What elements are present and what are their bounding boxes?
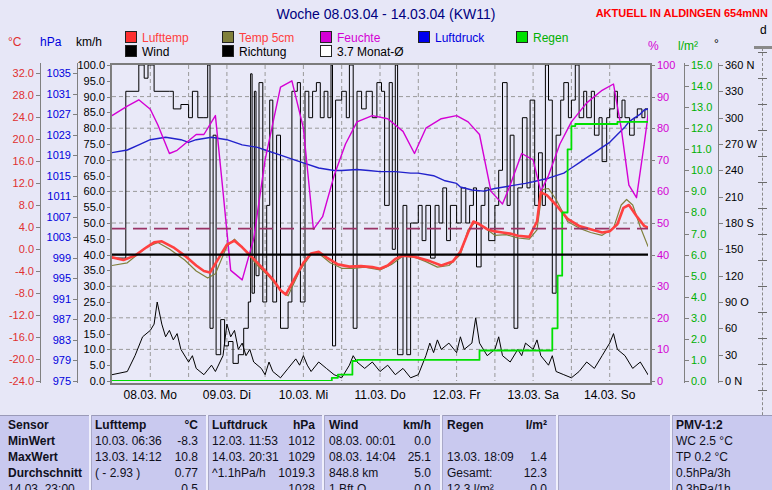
axis-label-wind: 25.0 xyxy=(61,297,105,308)
axis-unit-hum: % xyxy=(648,40,659,52)
axis-tick-days xyxy=(758,234,767,235)
axis-label-dir: 360 N xyxy=(725,60,772,71)
axis-tick-temp xyxy=(36,249,40,250)
axis-tick-temp xyxy=(36,227,40,228)
series-regen xyxy=(112,122,648,381)
table-header-sensor: Sensor xyxy=(8,418,49,432)
axis-tick-wind xyxy=(107,318,111,319)
axis-tick-hum xyxy=(651,191,655,192)
table-col-header: Wind xyxy=(329,418,358,432)
axis-tick-temp xyxy=(36,271,40,272)
legend-label: Feuchte xyxy=(337,31,380,45)
axis-label-wind: 40.0 xyxy=(61,250,105,261)
table-cell-value: 5.0 xyxy=(371,466,431,480)
legend-swatch-icon xyxy=(418,31,430,43)
axis-tick-press xyxy=(73,73,77,74)
axis-tick-wind xyxy=(107,255,111,256)
legend-swatch-icon xyxy=(222,45,234,57)
table-cell: 0.5hPa/3h xyxy=(676,466,731,480)
axis-label-wind: 60.0 xyxy=(61,186,105,197)
legend-label: 3.7 Monat-Ø xyxy=(337,45,404,59)
axis-unit-temp: °C xyxy=(8,36,21,48)
axis-unit-dir: ° xyxy=(714,38,719,50)
axis-label-rain: 2.0 xyxy=(691,334,739,345)
table-cell-value: 0.5 xyxy=(138,482,198,490)
axis-tick-days xyxy=(758,182,767,183)
axis-tick-wind xyxy=(107,334,111,335)
axis-tick-hum xyxy=(651,65,655,66)
axis-label-wind: 55.0 xyxy=(61,202,105,213)
axis-unit-days: d xyxy=(760,24,767,36)
table-col-header: Regen xyxy=(447,418,484,432)
weather-week-panel: Woche 08.03.04 - 14.03.04 (KW11) AKTUELL… xyxy=(0,0,772,490)
axis-tick-wind xyxy=(107,81,111,82)
axis-label-wind: 15.0 xyxy=(61,329,105,340)
axis-unit-rain: l/m² xyxy=(678,40,698,52)
axis-tick-rain xyxy=(685,297,689,298)
table-col-unit: hPa xyxy=(255,418,315,432)
axis-tick-hum xyxy=(651,286,655,287)
axis-tick-rain xyxy=(685,234,689,235)
table-cell-value: 1.4 xyxy=(487,450,547,464)
sensor-summary-table: SensorMinWertMaxWertDurchschnitt14.03. 2… xyxy=(0,415,772,490)
table-cell: 0.3hPa/1h xyxy=(676,482,731,490)
table-row-label: MaxWert xyxy=(8,450,58,464)
x-axis-label-day: 14.03. So xyxy=(578,388,642,402)
axis-tick-press xyxy=(73,340,77,341)
axis-label-dir: 240 xyxy=(725,165,772,176)
axis-tick-rain xyxy=(685,339,689,340)
axis-tick-rain xyxy=(685,381,689,382)
table-cell-value: 0.0 xyxy=(371,482,431,490)
axis-tick-days xyxy=(758,364,767,365)
axis-tick-dir xyxy=(719,249,723,250)
axis-unit-press: hPa xyxy=(40,36,61,48)
axis-unit-wind: km/h xyxy=(76,36,102,48)
axis-tick-hum xyxy=(651,97,655,98)
table-column-separator xyxy=(670,415,673,490)
axis-tick-dir xyxy=(719,65,723,66)
axis-tick-hum xyxy=(651,255,655,256)
table-column-separator xyxy=(322,415,325,490)
axis-label-wind: 20.0 xyxy=(61,313,105,324)
axis-tick-hum xyxy=(651,128,655,129)
axis-tick-rain xyxy=(685,318,689,319)
legend-item-luftdruck: Luftdruck xyxy=(418,31,484,44)
axis-label-wind: 100.0 xyxy=(61,60,105,71)
axis-label-wind: 10.0 xyxy=(61,344,105,355)
table-row-label: 14.03. 23:00 xyxy=(8,482,75,490)
legend-swatch-icon xyxy=(516,31,528,43)
axis-label-dir: 150 xyxy=(725,244,772,255)
axis-label-dir: 180 S xyxy=(725,218,772,229)
axis-label-wind: 50.0 xyxy=(61,218,105,229)
axis-tick-hum xyxy=(651,349,655,350)
table-row-label: Durchschnitt xyxy=(8,466,82,480)
axis-label-wind: 95.0 xyxy=(61,76,105,87)
table-col-unit: l/m² xyxy=(487,418,547,432)
axis-tick-days xyxy=(758,338,767,339)
table-cell-value: 0.0 xyxy=(371,434,431,448)
x-axis-label-day: 12.03. Fr xyxy=(425,388,489,402)
axis-tick-wind xyxy=(107,349,111,350)
legend-item-lufttemp: Lufttemp xyxy=(125,31,189,44)
axis-label-wind: 75.0 xyxy=(61,139,105,150)
axis-tick-wind xyxy=(107,128,111,129)
axis-tick-wind xyxy=(107,365,111,366)
legend-swatch-icon xyxy=(125,45,137,57)
axis-tick-wind xyxy=(107,207,111,208)
x-axis-label-day: 09.03. Di xyxy=(195,388,259,402)
legend-item-wind: Wind xyxy=(125,45,169,58)
axis-tick-wind xyxy=(107,270,111,271)
table-cell-value: 12.3 xyxy=(487,466,547,480)
axis-tick-days xyxy=(758,78,767,79)
station-status-label: AKTUELL IN ALDINGEN 654mNN xyxy=(596,7,768,19)
legend-label: Wind xyxy=(142,45,169,59)
axis-tick-wind xyxy=(107,97,111,98)
table-column-separator xyxy=(89,415,92,490)
axis-tick-rain xyxy=(685,212,689,213)
axis-label-wind: 5.0 xyxy=(61,360,105,371)
axis-tick-wind xyxy=(107,65,111,66)
axis-tick-dir xyxy=(719,223,723,224)
axis-tick-rain xyxy=(685,170,689,171)
axis-label-wind: 30.0 xyxy=(61,281,105,292)
legend-item-regen: Regen xyxy=(516,31,568,44)
